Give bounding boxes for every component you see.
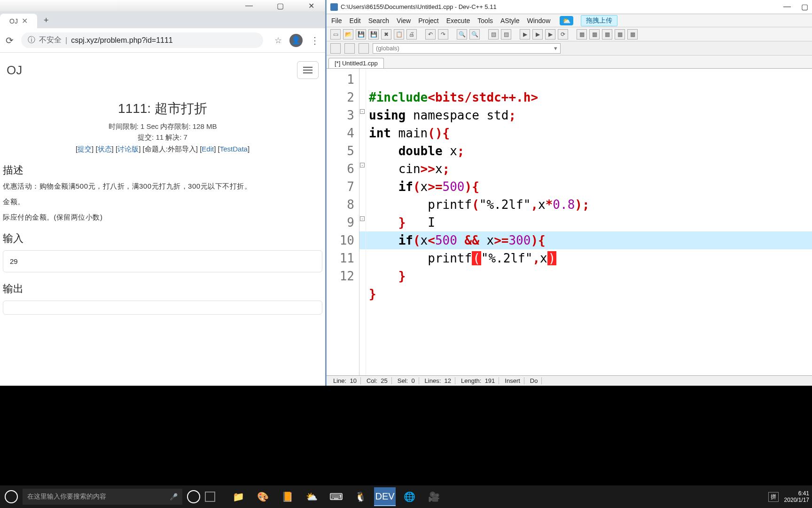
profile-avatar[interactable]: 👤 [289,34,303,47]
taskbar-app-cloud[interactable]: ⛅ [301,487,322,506]
bracket: ] [92,145,94,153]
grid2-icon[interactable]: ▦ [589,29,600,40]
section-input: 输入 [3,231,322,246]
line-number-gutter: 1 2 3 4 5 6 7 8 9 10 11 12 [327,69,359,375]
print-icon[interactable]: 📋 [394,29,404,40]
menu-astyle[interactable]: AStyle [500,17,519,24]
status-lines-value: 12 [445,377,451,384]
minimize-button[interactable]: — [783,2,791,11]
code-editor[interactable]: 1 2 3 4 5 6 7 8 9 10 11 12 - - - #includ… [327,69,812,375]
status-link[interactable]: 状态 [98,145,112,153]
url-field[interactable]: ⓘ 不安全 | cspj.xyz/problem.php?id=1111 [21,32,263,48]
info-icon[interactable]: ⓘ [28,35,35,45]
undo-icon[interactable]: ↶ [425,29,436,40]
save-icon[interactable]: 💾 [356,29,366,40]
file-tab[interactable]: [*] Untitled1.cpp [328,58,384,68]
submit-link[interactable]: 提交 [78,145,92,153]
ime-indicator[interactable]: 拼 [768,492,779,502]
minimize-button[interactable]: — [241,1,258,10]
file-tab-strip: [*] Untitled1.cpp [327,56,812,69]
replace-icon[interactable]: 🔍 [469,29,480,40]
browser-tab[interactable]: OJ ✕ [0,14,37,28]
scope-dropdown[interactable]: (globals) ▾ [373,43,561,54]
edit-link[interactable]: Edit [202,145,214,153]
clock-time: 6:41 [784,490,809,497]
taskbar-app-orange[interactable]: 📙 [276,487,298,506]
save-all-icon[interactable]: 💾 [368,29,379,40]
cloud-button[interactable]: ⛅ [560,16,573,25]
taskbar-app-devcpp[interactable]: DEV [374,487,396,506]
oj-brand[interactable]: OJ [7,63,22,78]
taskbar-app-paint[interactable]: 🎨 [252,487,273,506]
sample-input-box: 29 [3,250,322,272]
taskbar-app-chrome[interactable]: 🌐 [398,487,420,506]
taskbar-apps: 📁 🎨 📙 ⛅ ⌨ 🐧 DEV 🌐 🎥 [227,487,445,506]
discuss-link[interactable]: 讨论版 [117,145,139,153]
menu-project[interactable]: Project [418,17,439,24]
redo-icon[interactable]: ↷ [438,29,448,40]
taskbar-app-terminal[interactable]: ⌨ [325,487,347,506]
upload-button[interactable]: 拖拽上传 [581,15,617,26]
taskbar-app-qq[interactable]: 🐧 [350,487,371,506]
browser-menu-icon[interactable]: ⋮ [310,35,320,46]
menu-file[interactable]: File [331,17,342,24]
grid5-icon[interactable]: ▦ [627,29,638,40]
outdent-icon[interactable]: ▤ [501,29,511,40]
dropdown-arrow-icon: ▾ [554,45,557,52]
menu-window[interactable]: Window [527,17,550,24]
line-number: 11 [327,249,359,267]
menu-edit[interactable]: Edit [350,17,361,24]
bookmark-star-icon[interactable]: ☆ [274,35,282,46]
line-number: 5 [327,142,359,160]
new-file-icon[interactable]: ▭ [330,29,341,40]
bookmark-icon[interactable] [330,43,341,54]
system-clock[interactable]: 6:41 2020/1/17 [784,490,809,503]
new-tab-button[interactable]: + [37,13,55,28]
problem-limits: 时间限制: 1 Sec 内存限制: 128 MB [3,122,322,131]
menu-tools[interactable]: Tools [477,17,493,24]
compile-icon[interactable]: ▶ [520,29,530,40]
scope-label: (globals) [376,45,399,52]
menu-search[interactable]: Search [368,17,389,24]
maximize-button[interactable]: ▢ [801,2,808,11]
problem-actions: [提交] [状态] [讨论版] [命题人:外部导入] [Edit] [TestD… [3,145,322,154]
taskbar-search[interactable]: 在这里输入你要搜索的内容 🎤 [23,489,182,505]
not-secure-label: 不安全 [39,35,62,45]
close-file-icon[interactable]: ✖ [381,29,391,40]
run-icon[interactable]: ▶ [532,29,543,40]
tab-close-icon[interactable]: ✕ [22,16,28,25]
find-icon[interactable]: 🔍 [457,29,467,40]
debug-icon[interactable] [359,43,369,54]
cortana-icon[interactable] [187,490,200,503]
line-number: 2 [327,88,359,106]
fold-toggle-icon[interactable]: - [360,216,365,221]
menu-execute[interactable]: Execute [446,17,470,24]
indent-icon[interactable]: ▤ [488,29,499,40]
reload-icon[interactable]: ⟳ [6,35,14,46]
open-file-icon[interactable]: 📂 [343,29,353,40]
menu-view[interactable]: View [397,17,411,24]
hamburger-button[interactable] [297,61,319,79]
task-view-icon[interactable] [205,492,215,502]
compile-run-icon[interactable]: ▶ [545,29,555,40]
toolbar: ▭ 📂 💾 💾 ✖ 📋 🖨 ↶ ↷ 🔍 🔍 ▤ ▤ ▶ ▶ ▶ ⟳ ▦ ▦ ▦ … [327,27,812,41]
start-button[interactable] [5,490,18,503]
fold-toggle-icon[interactable]: - [360,163,365,167]
taskbar-app-zoom[interactable]: 🎥 [423,487,445,506]
clock-date: 2020/1/17 [784,497,809,503]
sample-output-box [3,301,322,315]
mic-icon[interactable]: 🎤 [170,493,178,500]
grid4-icon[interactable]: ▦ [615,29,625,40]
maximize-button[interactable]: ▢ [272,1,289,10]
grid1-icon[interactable]: ▦ [577,29,587,40]
testdata-link[interactable]: TestData [220,145,248,153]
devcpp-titlebar: C:\Users\86155\Documents\Untitled1.cpp -… [327,0,812,14]
close-button[interactable]: ✕ [303,1,320,10]
goto-icon[interactable] [344,43,355,54]
rebuild-icon[interactable]: ⟳ [558,29,568,40]
fold-toggle-icon[interactable]: - [360,109,365,114]
print2-icon[interactable]: 🖨 [406,29,417,40]
grid3-icon[interactable]: ▦ [602,29,612,40]
url-separator: | [65,36,67,45]
taskbar-app-explorer[interactable]: 📁 [227,487,249,506]
